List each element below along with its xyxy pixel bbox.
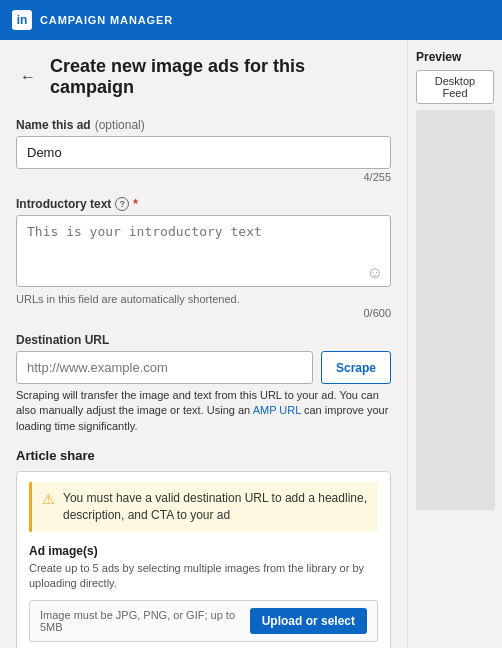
destination-url-input[interactable] [16,351,313,384]
page-title: Create new image ads for this campaign [50,56,391,98]
image-hint: Image must be JPG, PNG, or GIF; up to 5M… [40,609,250,633]
intro-char-count: 0/600 [16,307,391,319]
article-share-box: ⚠ You must have a valid destination URL … [16,471,391,648]
page-header: ← Create new image ads for this campaign [16,56,391,98]
intro-textarea-wrapper: ☺ [16,215,391,290]
ad-name-label: Name this ad (optional) [16,118,391,132]
intro-help-icon[interactable]: ? [115,197,129,211]
linkedin-logo: in [12,10,32,30]
app-title: CAMPAIGN MANAGER [40,14,173,26]
warning-banner: ⚠ You must have a valid destination URL … [29,482,378,532]
page-body: ← Create new image ads for this campaign… [0,40,502,648]
introductory-text-input[interactable] [16,215,391,287]
desktop-feed-button[interactable]: Desktop Feed [416,70,494,104]
article-share-title: Article share [16,448,391,463]
ad-images-desc: Create up to 5 ads by selecting multiple… [29,561,378,592]
amp-url-link[interactable]: AMP URL [253,404,301,416]
image-upload-row: Image must be JPG, PNG, or GIF; up to 5M… [29,600,378,642]
preview-title: Preview [416,50,494,64]
top-navigation: in CAMPAIGN MANAGER [0,0,502,40]
required-indicator: * [133,197,138,211]
ad-images-title: Ad image(s) [29,544,378,558]
scrape-hint: Scraping will transfer the image and tex… [16,388,391,434]
url-shorten-hint: URLs in this field are automatically sho… [16,293,391,305]
ad-name-char-count: 4/255 [16,171,391,183]
url-input-row: Scrape [16,351,391,384]
ad-name-section: Name this ad (optional) 4/255 [16,118,391,183]
upload-select-button[interactable]: Upload or select [250,608,367,634]
destination-url-label: Destination URL [16,333,391,347]
warning-text: You must have a valid destination URL to… [63,490,368,524]
article-share-section: Article share ⚠ You must have a valid de… [16,448,391,648]
preview-sidebar: Preview Desktop Feed [407,40,502,648]
emoji-picker-icon[interactable]: ☺ [367,264,383,282]
warning-icon: ⚠ [42,491,55,507]
ad-name-input[interactable] [16,136,391,169]
destination-url-section: Destination URL Scrape Scraping will tra… [16,333,391,434]
introductory-text-section: Introductory text ? * ☺ URLs in this fie… [16,197,391,319]
main-content: ← Create new image ads for this campaign… [0,40,407,648]
preview-placeholder [416,110,495,510]
scrape-button[interactable]: Scrape [321,351,391,384]
back-button[interactable]: ← [16,65,40,89]
intro-text-label: Introductory text ? * [16,197,391,211]
